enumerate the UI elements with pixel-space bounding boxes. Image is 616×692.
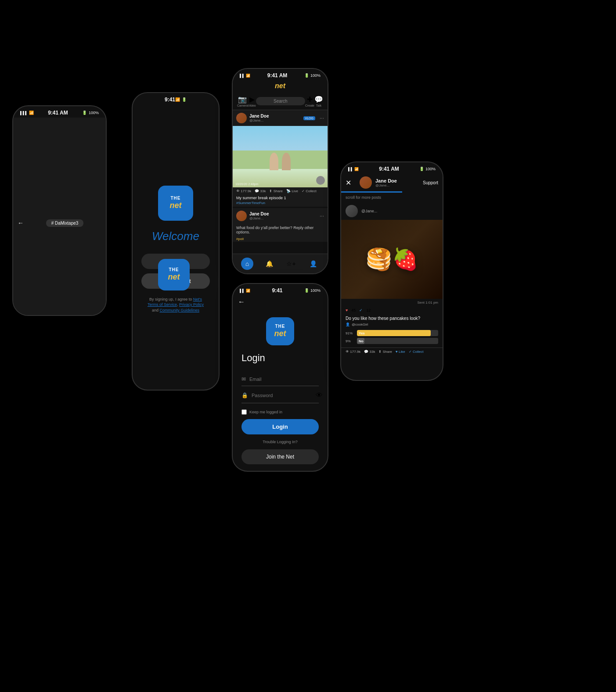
- post1-meta: @Jane...: [249, 118, 269, 122]
- likes-row: ♥ 45 ✓ 12: [341, 306, 443, 314]
- back-arrow[interactable]: ←: [18, 219, 24, 226]
- battery-feed: 🔋 100%: [82, 111, 99, 115]
- message-time: Sent 1:01 pm: [341, 299, 443, 306]
- poll-option-no[interactable]: 9% No: [346, 338, 438, 344]
- bnav-profile[interactable]: 👤: [307, 258, 319, 270]
- password-field: 🔒 👁: [241, 388, 319, 403]
- p1-share[interactable]: ⬆ Share: [269, 189, 283, 193]
- status-bar-login: ▌▌ 📶 9:41 🔋 100%: [233, 284, 328, 295]
- legal-prefix: By signing up, I agree to: [149, 297, 193, 301]
- login-main-button[interactable]: Login: [241, 419, 319, 434]
- poll-user: 👤 @cookGirl: [341, 323, 443, 328]
- poll-no-fill: No: [357, 338, 364, 344]
- search-bar[interactable]: Search: [256, 97, 305, 105]
- phone-feed: ▌▌▌ 📶 9:41 AM 🔋 100% ← # DaMixtape3 All …: [12, 105, 107, 316]
- post2-tag[interactable]: #poll: [233, 236, 328, 242]
- p2-share[interactable]: ⬆ Share: [378, 350, 392, 354]
- status-bar-feed: ▌▌▌ 📶 9:41 AM 🔋 100%: [13, 106, 106, 118]
- p2-comments: 💬 33k: [364, 350, 375, 354]
- post2-username: Jane Doe: [249, 212, 269, 216]
- login-icon-net: net: [274, 329, 286, 339]
- guidelines-link[interactable]: Community Guidelines: [159, 308, 199, 312]
- post2-meta: @Jane...: [249, 216, 269, 220]
- eye-icon[interactable]: 👁: [316, 391, 323, 399]
- talk-nav[interactable]: 💬 Talk: [314, 95, 323, 107]
- bottom-nav: ⌂ 🔔 ☆+ 👤: [233, 254, 328, 273]
- post1-avatar: [236, 113, 247, 123]
- post-actions-bottom: 👁 177.9k 💬 33k ⬆ Share ♥ Like ✓ Collect: [341, 348, 443, 355]
- create-icon: ✚: [307, 95, 313, 104]
- post1-title: My summer break episode 1: [233, 195, 328, 201]
- close-button[interactable]: ✕: [346, 179, 356, 187]
- post1-dots[interactable]: ···: [320, 115, 324, 121]
- p1-comments: 💬 33k: [255, 189, 266, 193]
- keep-logged-checkbox[interactable]: [241, 409, 247, 415]
- p1-live[interactable]: 📡 Live: [286, 189, 298, 193]
- icon2-net: net: [168, 272, 180, 282]
- notif-item: @Jane...: [341, 202, 443, 220]
- create-label: Create: [305, 104, 314, 107]
- post1-image: 10/20/20 2:48pm: [233, 126, 328, 187]
- post1-user-info: Jane Doe @Jane...: [249, 114, 269, 122]
- p2-collect[interactable]: ✓ Collect: [409, 350, 424, 354]
- camera-nav[interactable]: 📷 Camera: [237, 95, 248, 107]
- trouble-link[interactable]: Trouble Logging In?: [241, 440, 319, 444]
- welcome-icon-net: net: [170, 201, 182, 211]
- password-input[interactable]: [252, 393, 312, 398]
- login-icon-wrap: THE net: [241, 317, 319, 345]
- phone-profile: ▌▌ 📶 9:41 AM 🔋 100% ✕ Jane Doe @Jane... …: [340, 161, 443, 381]
- email-input[interactable]: [249, 376, 319, 382]
- poll-username: @cookGirl: [352, 323, 368, 326]
- pancake-visual: 🥞🍓: [366, 247, 418, 272]
- welcome-title: Welcome: [152, 229, 199, 243]
- time-social: 9:41 AM: [267, 72, 288, 79]
- post2-dots[interactable]: ···: [320, 213, 324, 219]
- email-icon: ✉: [241, 376, 246, 382]
- status-bar-profile: ▌▌ 📶 9:41 AM 🔋 100%: [341, 162, 443, 174]
- poll-option-yes[interactable]: 91% Yes: [346, 330, 438, 336]
- login-back[interactable]: ←: [233, 295, 328, 308]
- post1-avatar-bottom: [316, 176, 325, 185]
- bnav-notifications[interactable]: 🔔: [263, 258, 275, 270]
- privacy-link[interactable]: Privacy Policy: [179, 302, 204, 307]
- poll-no-pct: 9%: [346, 339, 354, 343]
- p2-like[interactable]: ♥ Like: [396, 350, 405, 354]
- welcome-content: THE net Welcome Login Join the Net By si…: [133, 104, 219, 390]
- join-net-button-login[interactable]: Join the Net: [241, 449, 319, 464]
- keep-logged-label: Keep me logged in: [249, 410, 282, 414]
- login-title: Login: [241, 352, 319, 364]
- keep-logged-row: Keep me logged in: [241, 405, 319, 419]
- phone-login: ▌▌ 📶 9:41 🔋 100% ← THE net Login ✉ 🔒 👁: [232, 283, 328, 472]
- create-nav[interactable]: ✚ Create: [305, 95, 314, 107]
- social-post-2: Jane Doe @Jane... ··· What food do y'all…: [233, 208, 328, 242]
- poll-yes-pct: 91%: [346, 331, 354, 335]
- back-icon-login: ←: [238, 298, 245, 305]
- poll-no-label: No: [359, 339, 364, 343]
- time-welcome: 9:41: [165, 97, 175, 103]
- legal-text: By signing up, I agree to Net's Terms of…: [141, 297, 210, 313]
- post1-header: Jane Doe @Jane... VLOG ···: [233, 110, 328, 126]
- vlog-badge: VLOG: [303, 116, 315, 120]
- battery-login: 🔋 100%: [304, 288, 321, 293]
- post1-tag[interactable]: #SummerTimeFun: [233, 201, 328, 207]
- profile-user-info: Jane Doe @Jane...: [360, 176, 423, 189]
- poll-yes-bar: Yes: [357, 330, 438, 336]
- status-bar-welcome: 9:41 📶 🔋: [158, 93, 194, 104]
- lock-icon: 🔒: [241, 392, 248, 398]
- nav-icons-row: 📷 Camera ▶ Video Search ✚ Create 💬 Talk: [233, 93, 328, 110]
- profile-name: Jane Doe: [375, 178, 397, 183]
- battery-profile: 🔋 100%: [419, 167, 436, 171]
- bnav-home[interactable]: ⌂: [241, 258, 253, 270]
- post2-user-info: Jane Doe @Jane...: [249, 212, 269, 220]
- profile-top-bar: ✕ Jane Doe @Jane... Support: [341, 174, 443, 191]
- video-label: Video: [248, 104, 256, 107]
- pancake-image: 🥞🍓: [341, 220, 443, 299]
- bnav-star[interactable]: ☆+: [285, 258, 297, 270]
- post2-header: Jane Doe @Jane... ···: [233, 208, 328, 224]
- poll-yes-label: Yes: [359, 331, 365, 335]
- likes-count: 45: [351, 308, 356, 312]
- post1-timestamp: 10/20/20 2:48pm: [235, 183, 259, 186]
- p1-collect[interactable]: ✓ Collect: [302, 189, 317, 193]
- support-link[interactable]: Support: [423, 180, 438, 185]
- video-nav[interactable]: ▶ Video: [248, 95, 256, 107]
